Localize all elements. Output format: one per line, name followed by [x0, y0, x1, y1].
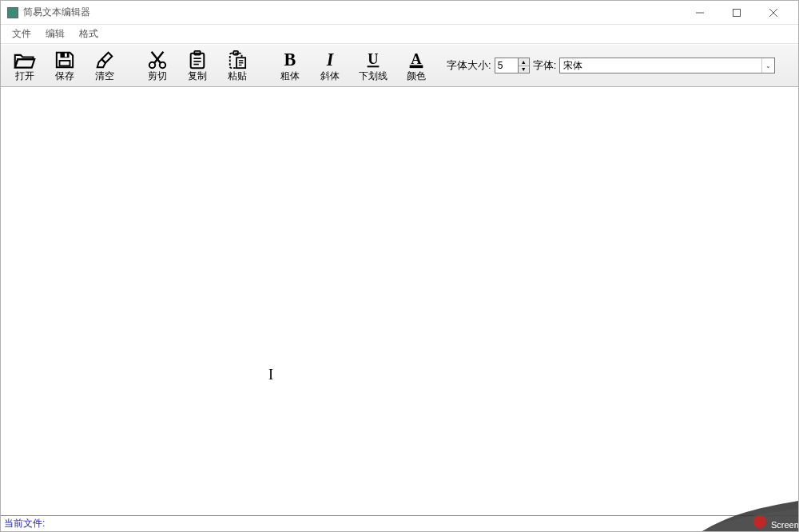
menu-edit[interactable]: 编辑 [39, 26, 71, 42]
save-label: 保存 [55, 71, 74, 81]
fontname-label: 字体: [531, 58, 559, 73]
bold-button[interactable]: B 粗体 [271, 46, 309, 85]
chevron-down-icon[interactable]: ⌄ [761, 58, 774, 73]
floppy-disk-icon [54, 50, 76, 69]
scissors-icon [146, 50, 169, 69]
clipboard-icon [186, 50, 209, 69]
fontsize-input[interactable] [495, 59, 518, 72]
svg-text:B: B [284, 50, 296, 69]
close-button[interactable] [755, 1, 792, 25]
maximize-button[interactable] [718, 1, 755, 25]
chevron-up-icon[interactable]: ▲ [519, 58, 529, 66]
statusbar: 当前文件: [1, 515, 798, 531]
chevron-down-icon[interactable]: ▼ [519, 66, 529, 73]
paste-button[interactable]: 粘贴 [218, 46, 256, 85]
underline-button[interactable]: U 下划线 [351, 46, 396, 85]
paste-icon [226, 50, 248, 69]
menu-file[interactable]: 文件 [6, 26, 38, 42]
fontsize-spinner[interactable]: ▲ ▼ [495, 58, 530, 73]
svg-rect-5 [65, 54, 67, 58]
underline-icon: U [362, 50, 384, 69]
status-current-file-label: 当前文件: [4, 517, 45, 530]
svg-text:U: U [368, 51, 378, 67]
cut-button[interactable]: 剪切 [138, 46, 177, 85]
svg-rect-11 [191, 54, 205, 68]
bold-icon: B [279, 50, 301, 69]
fontname-combobox[interactable]: 宋体 ⌄ [559, 58, 775, 73]
svg-text:I: I [326, 50, 335, 69]
text-editor-area[interactable]: I [1, 87, 798, 515]
italic-button[interactable]: I 斜体 [311, 46, 349, 85]
folder-open-icon [14, 50, 36, 69]
minimize-button[interactable] [682, 1, 718, 25]
app-icon [7, 7, 18, 18]
titlebar: 简易文本编辑器 [1, 1, 798, 25]
brush-icon [93, 50, 116, 69]
clear-button[interactable]: 清空 [85, 46, 124, 85]
underline-label: 下划线 [359, 71, 388, 81]
fontname-value: 宋体 [560, 58, 761, 73]
copy-label: 复制 [188, 71, 207, 81]
toolbar: 打开 保存 清空 剪切 [1, 44, 798, 87]
menubar: 文件 编辑 格式 [1, 25, 798, 44]
svg-point-8 [160, 62, 165, 68]
bold-label: 粗体 [280, 71, 300, 81]
italic-label: 斜体 [320, 71, 340, 81]
italic-icon: I [319, 50, 341, 69]
fontsize-arrows[interactable]: ▲ ▼ [518, 58, 529, 73]
copy-button[interactable]: 复制 [178, 46, 217, 85]
menu-format[interactable]: 格式 [73, 26, 105, 42]
open-label: 打开 [15, 71, 34, 81]
svg-rect-27 [410, 65, 423, 68]
text-cursor-icon: I [268, 367, 273, 383]
save-button[interactable]: 保存 [46, 46, 84, 85]
clear-label: 清空 [95, 71, 114, 81]
svg-text:A: A [411, 51, 422, 67]
open-button[interactable]: 打开 [6, 46, 44, 85]
color-button[interactable]: A 颜色 [397, 46, 435, 85]
svg-rect-6 [60, 61, 70, 66]
cut-label: 剪切 [148, 71, 167, 81]
paste-label: 粘贴 [228, 71, 247, 81]
svg-point-7 [149, 62, 155, 68]
app-window: 简易文本编辑器 文件 编辑 格式 打开 [0, 0, 799, 532]
fontsize-label: 字体大小: [445, 58, 493, 73]
svg-rect-1 [733, 9, 741, 16]
window-title: 简易文本编辑器 [23, 6, 90, 19]
color-label: 颜色 [407, 71, 426, 81]
font-color-icon: A [405, 50, 427, 69]
